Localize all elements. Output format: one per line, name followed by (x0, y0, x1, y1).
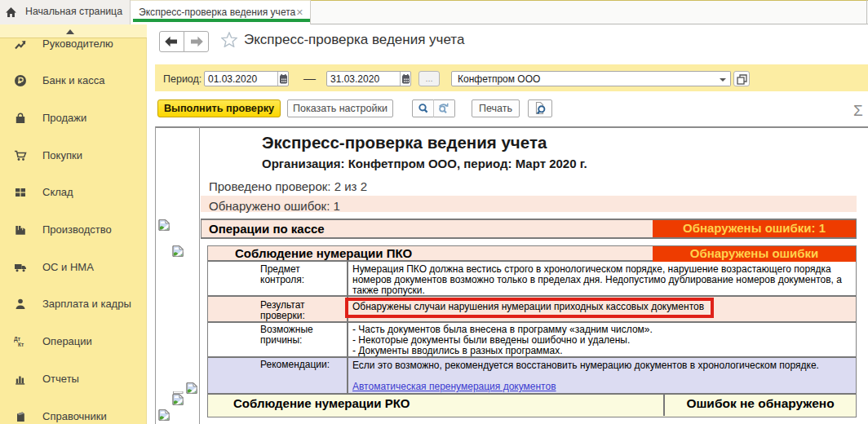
svg-text:Кт: Кт (18, 342, 24, 347)
